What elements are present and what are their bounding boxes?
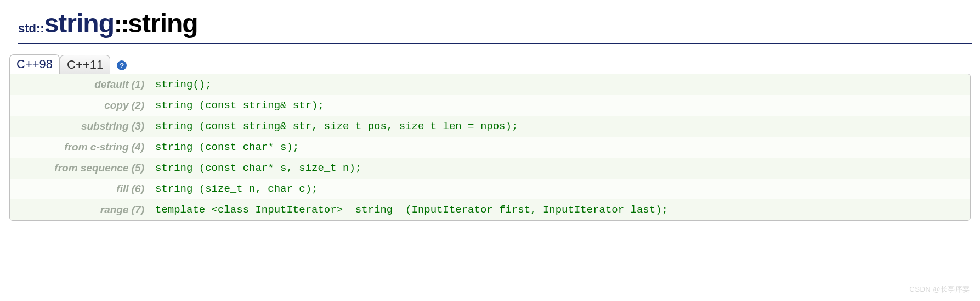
signature-code: string (const string& str, size_t pos, s… — [150, 116, 970, 137]
page-title: std::string::string — [18, 8, 972, 44]
signature-label: fill (6) — [10, 179, 150, 199]
table-row: range (7) template <class InputIterator>… — [10, 199, 970, 220]
signature-label: copy (2) — [10, 95, 150, 116]
table-row: default (1) string(); — [10, 74, 970, 95]
title-namespace: std:: — [18, 21, 44, 35]
tab-row: C++98 C++11 ? — [9, 54, 972, 74]
signature-code: string (const char* s); — [150, 137, 970, 158]
help-icon[interactable]: ? — [117, 60, 127, 70]
table-row: from c-string (4) string (const char* s)… — [10, 137, 970, 158]
table-row: fill (6) string (size_t n, char c); — [10, 179, 970, 199]
tab-cpp11[interactable]: C++11 — [60, 55, 110, 74]
signature-table: default (1) string(); copy (2) string (c… — [9, 74, 971, 221]
table-row: from sequence (5) string (const char* s,… — [10, 158, 970, 179]
signature-label: from sequence (5) — [10, 158, 150, 179]
signature-code: string (const char* s, size_t n); — [150, 158, 970, 179]
version-tab-panel: C++98 C++11 ? default (1) string(); copy… — [8, 54, 972, 221]
table-row: copy (2) string (const string& str); — [10, 95, 970, 116]
signature-code: string (size_t n, char c); — [150, 179, 970, 199]
signature-code: string (const string& str); — [150, 95, 970, 116]
signature-label: default (1) — [10, 74, 150, 95]
title-separator: :: — [114, 10, 128, 37]
tab-cpp98[interactable]: C++98 — [9, 54, 60, 74]
title-function: string — [128, 9, 197, 38]
signature-label: substring (3) — [10, 116, 150, 137]
title-class: string — [44, 9, 114, 38]
signature-tbody: default (1) string(); copy (2) string (c… — [10, 74, 970, 220]
table-row: substring (3) string (const string& str,… — [10, 116, 970, 137]
signature-code: template <class InputIterator> string (I… — [150, 199, 970, 220]
signature-label: from c-string (4) — [10, 137, 150, 158]
signature-label: range (7) — [10, 199, 150, 220]
signature-code: string(); — [150, 74, 970, 95]
